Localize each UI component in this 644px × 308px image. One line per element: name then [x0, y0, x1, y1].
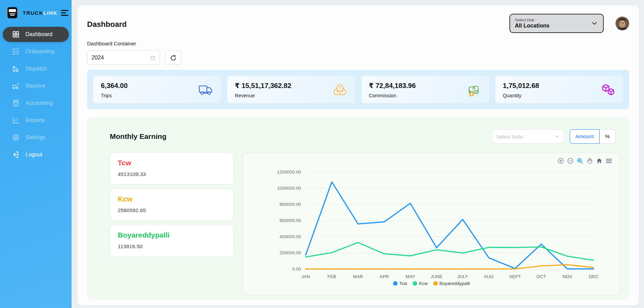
home-reset-icon[interactable] — [595, 157, 603, 164]
revenue-value: ₹ 15,51,17,362.82 — [235, 81, 291, 90]
hub-select-value: All Locations — [515, 22, 549, 29]
selection-zoom-icon[interactable] — [576, 157, 583, 164]
year-value: 2024 — [92, 55, 104, 61]
svg-text:200000.00: 200000.00 — [279, 250, 301, 255]
hub-value: 113816.50 — [118, 243, 226, 250]
svg-text:0.00: 0.00 — [292, 266, 301, 272]
monthly-earning-chart[interactable]: 0.00200000.00400000.00600000.00800000.00… — [246, 166, 616, 280]
sidebar-collapse-icon[interactable] — [61, 10, 68, 16]
commission-value: ₹ 72,84,183.96 — [369, 81, 416, 90]
sidebar-item-reports[interactable]: Reports — [3, 113, 69, 128]
legend-dot-kcw — [413, 281, 417, 286]
svg-text:NOV: NOV — [562, 274, 572, 279]
stat-card-commission: ₹ 72,84,183.96 Commission — [361, 76, 489, 103]
chart-legend: Tcw Kcw Boyareddypalli — [246, 281, 616, 286]
page-card: Dashboard Select Hub All Locations — [77, 6, 639, 305]
brand-name: TRUCKLINK — [23, 10, 57, 16]
svg-text:APR: APR — [380, 274, 389, 279]
pan-hand-icon[interactable] — [586, 157, 593, 164]
chart-toolbar — [557, 157, 612, 164]
coins-icon: ₹ ₹ ₹ — [332, 83, 348, 97]
main-area: Dashboard Select Hub All Locations — [72, 0, 644, 308]
trucklink-logo-icon — [6, 6, 19, 19]
stat-card-revenue: ₹ 15,51,17,362.82 Revenue ₹ ₹ ₹ — [227, 76, 355, 103]
sidebar-item-settings[interactable]: Settings — [3, 130, 69, 145]
dashboard-grid-icon — [12, 30, 20, 38]
zoom-in-icon[interactable] — [557, 157, 564, 164]
amount-button[interactable]: Amount — [570, 129, 600, 144]
calculator-icon — [12, 99, 20, 107]
legend-dot-tcw — [393, 281, 398, 286]
cubes-icon — [600, 83, 615, 97]
legend-item-kcw[interactable]: Kcw — [413, 281, 428, 286]
gear-icon — [12, 133, 20, 142]
hub-card-kcw: Kcw 2560592.65 — [110, 189, 234, 221]
quantity-label: Quantity — [503, 93, 539, 98]
svg-text:1000000.00: 1000000.00 — [277, 186, 301, 191]
hubs-filter-dropdown[interactable]: Select hubs — [492, 129, 564, 144]
svg-text:OCT: OCT — [537, 274, 546, 279]
svg-text:600000.00: 600000.00 — [279, 218, 301, 223]
monthly-earning-title: Monthly Earning — [110, 132, 167, 141]
svg-text:MAY: MAY — [405, 274, 415, 279]
year-input[interactable]: 2024 — [87, 51, 160, 65]
svg-text:400000.00: 400000.00 — [279, 234, 301, 239]
dashboard-container-label: Dashboard Container — [87, 41, 629, 46]
refresh-button[interactable] — [165, 51, 181, 65]
sidebar-item-accounting[interactable]: Accounting — [3, 96, 69, 111]
trips-value: 6,364.00 — [101, 82, 128, 90]
chart-menu-icon[interactable] — [605, 157, 612, 164]
sidebar: TRUCKLINK Dashboard Onboarding Disp — [0, 0, 72, 308]
legend-item-boyareddypalli[interactable]: Boyareddypalli — [433, 281, 470, 286]
svg-text:AUG: AUG — [484, 274, 494, 279]
hub-name: Kcw — [118, 195, 226, 203]
hub-card-tcw: Tcw 4513109.33 — [110, 153, 234, 185]
svg-text:JULY: JULY — [457, 274, 468, 279]
hub-card-boyareddypalli: Boyareddypalli 113816.50 — [110, 225, 234, 257]
legend-dot-boyareddypalli — [433, 281, 438, 286]
svg-text:₹: ₹ — [339, 86, 341, 90]
monthly-earning-chart-card: 0.00200000.00400000.00600000.00800000.00… — [243, 153, 620, 295]
amount-percent-toggle: Amount % — [570, 129, 615, 144]
monthly-earning-section: Monthly Earning Select hubs Amount % Tcw — [87, 118, 629, 300]
sidebar-menu: Dashboard Onboarding Dispatch Receive — [0, 27, 72, 162]
cash-plus-icon — [466, 83, 482, 97]
chevron-down-icon — [554, 134, 560, 139]
legend-item-tcw[interactable]: Tcw — [393, 281, 407, 286]
hub-select-label: Select Hub — [515, 18, 549, 22]
percent-button[interactable]: % — [600, 129, 615, 144]
truck-out-icon — [12, 65, 20, 73]
hub-select-dropdown[interactable]: Select Hub All Locations — [509, 14, 604, 33]
svg-text:JUNE: JUNE — [431, 274, 443, 279]
truck-icon — [198, 83, 213, 97]
stat-card-trips: 6,364.00 Trips — [93, 76, 221, 103]
hub-name: Boyareddypalli — [118, 231, 226, 239]
hub-value: 2560592.65 — [118, 207, 226, 213]
svg-text:800000.00: 800000.00 — [279, 202, 301, 207]
hubs-filter-placeholder: Select hubs — [496, 134, 523, 140]
logout-icon — [12, 151, 20, 159]
hub-name: Tcw — [118, 159, 226, 167]
svg-text:DEC: DEC — [589, 274, 599, 279]
line-chart-icon — [12, 116, 20, 124]
svg-text:SEPT: SEPT — [509, 274, 521, 279]
sidebar-item-onboarding[interactable]: Onboarding — [3, 44, 69, 59]
page-title: Dashboard — [87, 20, 127, 29]
refresh-icon — [170, 54, 177, 62]
sidebar-item-logout[interactable]: Logout — [3, 147, 69, 162]
sidebar-item-dashboard[interactable]: Dashboard — [3, 27, 69, 42]
calendar-icon — [150, 55, 156, 61]
sidebar-item-receive[interactable]: Receive — [3, 78, 69, 94]
user-avatar[interactable] — [615, 16, 629, 30]
svg-text:FEB: FEB — [327, 274, 336, 279]
svg-text:1200000.00: 1200000.00 — [277, 169, 301, 175]
zoom-out-icon[interactable] — [567, 157, 574, 164]
sidebar-item-dispatch[interactable]: Dispatch — [3, 61, 69, 76]
chevron-down-icon — [591, 20, 598, 27]
sidebar-header: TRUCKLINK — [0, 0, 72, 24]
svg-text:JAN: JAN — [302, 274, 310, 279]
quantity-value: 1,75,012.68 — [503, 82, 539, 90]
svg-text:MAR: MAR — [353, 274, 363, 279]
stat-card-quantity: 1,75,012.68 Quantity — [495, 76, 623, 103]
hub-summary-column: Tcw 4513109.33 Kcw 2560592.65 Boyareddyp… — [110, 153, 234, 295]
